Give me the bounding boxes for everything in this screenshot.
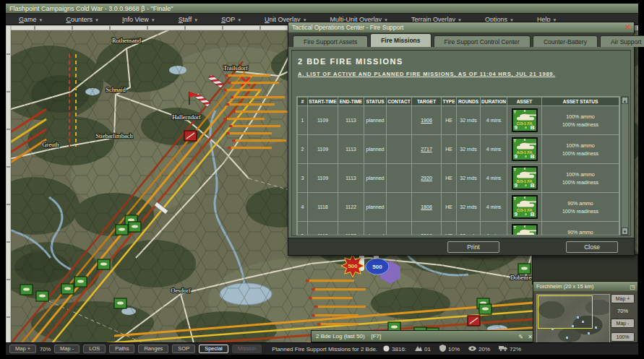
target-link[interactable]: 2920 xyxy=(421,176,432,181)
asset-counter[interactable]: TA/3-1 FA9B xyxy=(512,224,538,235)
asset-status: 90% ammo100% readiness xyxy=(543,228,618,236)
friendly-unit-counter[interactable] xyxy=(20,285,33,295)
log-title: 2 Bde Log (last 50) xyxy=(316,333,365,339)
col-header: STATUS xyxy=(364,98,387,106)
shield-value: 10% xyxy=(448,346,460,352)
tab-counter-battery[interactable]: Counter-Battery xyxy=(533,35,598,47)
fire-missions-table-wrap: #START-TIMEEND-TIMESTATUSCONTACTTARGETTY… xyxy=(296,96,620,235)
friendly-unit-counter[interactable] xyxy=(98,259,110,269)
col-header: ASSET STATUS xyxy=(542,98,619,106)
minimap-viewport-rect[interactable] xyxy=(538,295,593,329)
menu-counters[interactable]: Counters▼ xyxy=(66,16,98,23)
circle-value: 3816: xyxy=(392,346,406,352)
friendly-unit-counter[interactable] xyxy=(114,298,126,308)
log-edit-icon[interactable]: ✎ xyxy=(518,334,523,340)
bde-log-bar[interactable]: 2 Bde Log (last 50) [F7] ✎ ✕ xyxy=(311,330,536,342)
fire-mission-row: 111091113planned1906HE32 rnds4 minsTC/3-… xyxy=(298,106,619,135)
sop-button[interactable]: SOP xyxy=(172,345,195,353)
table-scrollbar[interactable]: ▲ ▼ xyxy=(621,96,629,235)
menu-staff[interactable]: Staff▼ xyxy=(179,16,198,23)
special-button[interactable]: Special xyxy=(199,345,228,353)
cell: 2 xyxy=(298,135,308,164)
cell: 32 rnds xyxy=(457,164,481,193)
menu-game[interactable]: Game▼ xyxy=(19,16,43,23)
app-window: Flashpoint Campaigns Cold War - 3.0.0.98… xyxy=(6,4,638,355)
minimap-detach-icon[interactable]: ◳ xyxy=(630,282,635,292)
cell xyxy=(387,164,412,193)
friendly-unit-counter[interactable] xyxy=(479,304,491,314)
asset-counter[interactable]: TC/3-1 FA9B xyxy=(512,108,538,132)
menu-info-view[interactable]: Info View▼ xyxy=(122,16,155,23)
asset-counter[interactable]: TB/3-1 FA9B xyxy=(512,166,538,190)
menu-sop[interactable]: SOP▼ xyxy=(221,16,241,23)
mission-button: Mission xyxy=(232,345,262,353)
log-close-icon[interactable]: ✕ xyxy=(528,334,533,340)
svg-text:500: 500 xyxy=(372,264,382,270)
cell: 1 xyxy=(298,106,308,135)
dialog-close-icon[interactable]: ✕ xyxy=(625,22,631,33)
asset-status: 100% ammo100% readiness xyxy=(543,170,618,186)
cell: HE xyxy=(442,164,457,193)
town-label: Stiebarlimbach xyxy=(95,132,133,139)
dialog-title: Tactical Operations Center - Fire Suppor… xyxy=(292,24,403,31)
friendly-unit-counter[interactable] xyxy=(129,222,141,232)
friendly-unit-counter[interactable] xyxy=(518,264,531,274)
scroll-down-icon[interactable]: ▼ xyxy=(622,228,628,235)
friendly-unit-counter[interactable] xyxy=(74,277,87,287)
fire-missions-heading: 2 BDE FIRE MISSIONS xyxy=(298,57,630,66)
friendly-unit-counter[interactable] xyxy=(61,284,74,294)
los-button[interactable]: LOS xyxy=(83,345,106,353)
tab-fire-support-control-center[interactable]: Fire Support Control Center xyxy=(434,35,531,47)
print-button[interactable]: Print xyxy=(447,241,499,253)
fire-mission-row: 511181122planned2819HE32 rnds4 minsTA/3-… xyxy=(298,222,619,236)
minimap-zoom-out-button[interactable]: Map - xyxy=(611,319,635,328)
target-link[interactable]: 1806 xyxy=(421,204,432,209)
vp-marker-red: 500 xyxy=(341,254,364,277)
target-link[interactable]: 1906 xyxy=(421,118,432,123)
dialog-titlebar[interactable]: Tactical Operations Center - Fire Suppor… xyxy=(288,22,634,33)
cell: 1122 xyxy=(338,222,364,236)
asset-status: 100% ammo100% readiness xyxy=(543,142,618,157)
paths-button[interactable]: Paths xyxy=(109,345,134,353)
cell: planned xyxy=(364,193,387,222)
friendly-unit-counter[interactable] xyxy=(116,225,128,235)
col-header: CONTACT xyxy=(387,98,412,106)
cell xyxy=(387,222,412,236)
eye-value: 20% xyxy=(478,346,490,352)
tab-air-support[interactable]: Air Support xyxy=(600,35,644,47)
asset-counter[interactable]: TA/3-1 FA9B xyxy=(512,137,538,161)
fire-mission-row: 411181122planned1806HE32 rnds4 minsTC/3-… xyxy=(298,193,619,222)
cell: 1109 xyxy=(308,135,338,164)
col-header: ASSET xyxy=(507,98,542,106)
cell: 4 mins xyxy=(481,164,507,193)
minimap-zoom-in-button[interactable]: Map + xyxy=(611,294,635,303)
col-header: DURATION xyxy=(481,98,507,106)
asset-status: 100% ammo100% readiness xyxy=(543,113,618,129)
scroll-up-icon[interactable]: ▲ xyxy=(622,97,628,104)
asset-counter[interactable]: TC/3-1 FA9B xyxy=(512,195,538,219)
truck-icon xyxy=(499,345,507,352)
dialog-footer: Print Close xyxy=(288,238,634,255)
tab-fire-missions[interactable]: Fire Missions xyxy=(370,33,431,47)
mountain-value: 01 xyxy=(424,346,431,352)
cell: 1113 xyxy=(338,106,364,135)
cell: HE xyxy=(442,106,457,135)
ranges-button[interactable]: Ranges xyxy=(138,345,168,353)
minimap-thumbnail[interactable] xyxy=(536,294,610,346)
cell xyxy=(387,106,412,135)
map--button[interactable]: Map + xyxy=(9,345,36,353)
enemy-unit-counter[interactable] xyxy=(468,316,480,326)
col-header: # xyxy=(298,98,308,106)
tab-fire-support-assets[interactable]: Fire Support Assets xyxy=(293,35,368,47)
close-button[interactable]: Close xyxy=(566,241,618,253)
cell: 4 mins xyxy=(481,193,507,222)
minimap-titlebar[interactable]: Forchheim (20 x 15 km) ◳ xyxy=(533,282,637,291)
target-link[interactable]: 2717 xyxy=(421,147,432,152)
friendly-unit-counter[interactable] xyxy=(36,291,48,301)
window-titlebar: Flashpoint Campaigns Cold War - 3.0.0.98… xyxy=(6,4,638,14)
enemy-unit-counter[interactable] xyxy=(184,131,197,141)
cell: 3 xyxy=(298,164,308,193)
map--button[interactable]: Map - xyxy=(54,345,80,353)
minimap-full-zoom-button[interactable]: 100% xyxy=(611,332,635,342)
target-link[interactable]: 2819 xyxy=(421,233,432,235)
